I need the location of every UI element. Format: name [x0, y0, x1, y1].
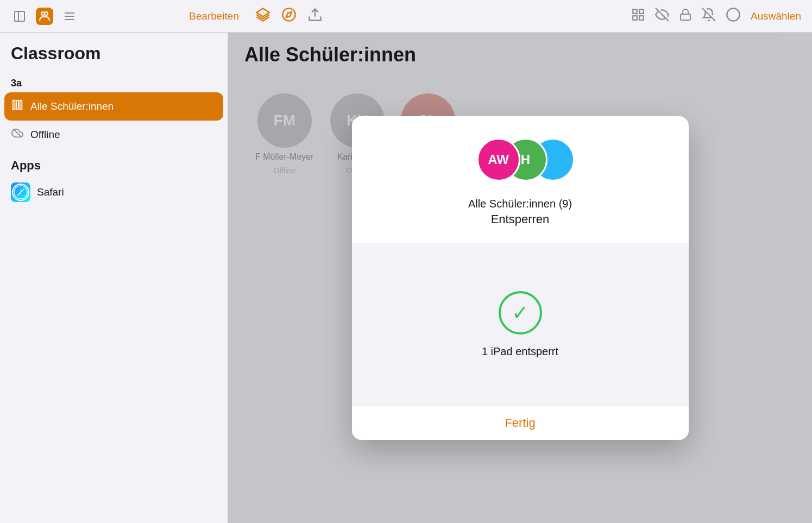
apps-section-label: Apps [0, 149, 228, 177]
toolbar-left: Bearbeiten [11, 8, 239, 25]
svg-line-17 [702, 8, 715, 21]
svg-rect-1 [15, 11, 24, 21]
sidebar-item-alle-schueler[interactable]: Alle Schüler:innen [4, 92, 223, 121]
modal-avatar-aw-initials: AW [488, 152, 509, 167]
toolbar-center [239, 7, 631, 26]
lock-icon[interactable] [679, 8, 692, 24]
modal-bottom: ✓ 1 iPad entsperrt [352, 243, 689, 406]
auswahlen-button[interactable]: Auswählen [751, 10, 801, 22]
svg-marker-28 [20, 192, 21, 197]
sidebar-title: Classroom [0, 43, 228, 72]
modal-avatar-aw: AW [477, 138, 520, 181]
list-icon[interactable] [61, 8, 78, 25]
toolbar: Bearbeiten [0, 0, 812, 33]
content-area: Alle Schüler:innen FM F Möller-Meyer Off… [228, 33, 812, 523]
modal-avatars: AW H [466, 138, 575, 187]
modal-action-title: Entsperren [491, 212, 550, 226]
svg-rect-0 [15, 11, 18, 21]
svg-point-8 [282, 8, 295, 21]
svg-rect-22 [13, 100, 15, 110]
svg-point-18 [727, 8, 739, 21]
svg-rect-16 [681, 14, 690, 20]
toolbar-right: Auswählen [631, 7, 801, 25]
modal-group-name: Alle Schüler:innen (9) [468, 198, 572, 210]
safari-app-label: Safari [37, 186, 64, 198]
class-label: 3a [0, 72, 228, 92]
compass-icon[interactable] [281, 7, 297, 26]
modal-top: AW H Alle Schüler:innen (9) Entsperren [352, 116, 689, 243]
bell-mute-icon[interactable] [702, 8, 716, 24]
sidebar-item-offline[interactable]: Offline [0, 121, 228, 149]
app-container: Bearbeiten [0, 0, 812, 523]
main-area: Classroom 3a Alle Schüler:innen [0, 33, 812, 523]
svg-rect-24 [20, 100, 22, 110]
svg-marker-9 [286, 12, 292, 17]
success-check-icon: ✓ [512, 303, 529, 323]
apps-grid-icon[interactable] [631, 8, 645, 24]
fertig-button[interactable]: Fertig [505, 416, 535, 430]
svg-line-25 [14, 129, 22, 137]
hide-icon[interactable] [655, 8, 669, 24]
svg-marker-27 [21, 187, 22, 192]
sidebar-alle-schueler-label: Alle Schüler:innen [30, 100, 114, 112]
svg-line-29 [17, 188, 24, 196]
success-circle: ✓ [499, 291, 542, 335]
cloud-icon [11, 127, 24, 142]
sidebar-offline-label: Offline [30, 129, 60, 141]
modal-avatar-h-initials: H [521, 152, 530, 167]
svg-point-26 [14, 186, 27, 199]
sidebar: Classroom 3a Alle Schüler:innen [0, 33, 228, 523]
modal: AW H Alle Schüler:innen (9) Entsperren [352, 116, 689, 440]
svg-rect-23 [16, 100, 18, 110]
success-text: 1 iPad entsperrt [482, 345, 558, 358]
sidebar-toggle-icon[interactable] [11, 8, 28, 25]
svg-point-3 [45, 12, 48, 15]
safari-app-icon [11, 182, 30, 202]
more-options-icon[interactable] [726, 7, 741, 25]
students-icon[interactable] [36, 8, 53, 25]
svg-rect-13 [633, 16, 637, 20]
svg-rect-12 [639, 9, 644, 14]
modal-footer: Fertig [352, 406, 689, 440]
modal-overlay: AW H Alle Schüler:innen (9) Entsperren [228, 33, 812, 523]
tray-icon[interactable] [307, 7, 323, 26]
layers-icon[interactable] [255, 7, 270, 26]
bookshelf-icon [12, 99, 24, 114]
sidebar-app-safari[interactable]: Safari [0, 177, 228, 207]
svg-rect-14 [639, 16, 644, 20]
bearbeiten-button[interactable]: Bearbeiten [189, 10, 239, 22]
svg-rect-11 [633, 9, 637, 14]
